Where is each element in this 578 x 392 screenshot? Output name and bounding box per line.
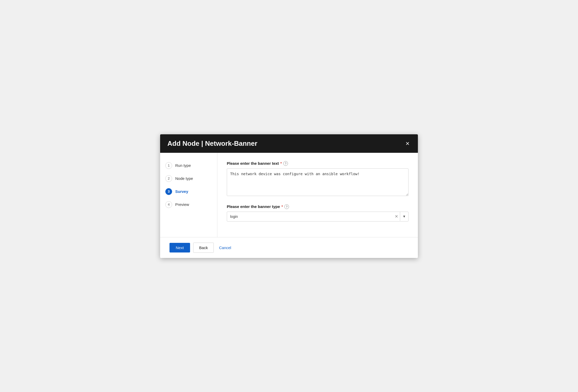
banner-text-label-text: Please enter the banner text: [227, 161, 279, 166]
banner-type-select-wrapper: login ✕ ▼: [227, 212, 409, 222]
step-label-2: Node type: [175, 176, 193, 181]
banner-text-help-icon[interactable]: ?: [283, 161, 288, 166]
banner-type-required: *: [281, 205, 283, 208]
step-number-1: 1: [165, 162, 172, 169]
modal-header: Add Node | Network-Banner ×: [160, 134, 418, 153]
banner-type-label: Please enter the banner type * ?: [227, 204, 409, 209]
banner-text-required: *: [280, 161, 282, 165]
select-clear-button[interactable]: ✕: [393, 213, 400, 220]
next-button[interactable]: Next: [169, 243, 190, 252]
modal-footer: Next Back Cancel: [160, 237, 418, 258]
step-label-4: Preview: [175, 202, 189, 207]
modal-title: Add Node | Network-Banner: [167, 140, 257, 148]
banner-text-field-group: Please enter the banner text * ?: [227, 161, 409, 197]
step-label-3: Survey: [175, 189, 188, 194]
form-section: Please enter the banner text * ? Please …: [227, 161, 409, 229]
sidebar: 1 Run type 2 Node type 3 Survey 4 Previe…: [160, 153, 217, 237]
banner-type-label-text: Please enter the banner type: [227, 204, 280, 209]
modal-container: Add Node | Network-Banner × 1 Run type 2…: [160, 134, 418, 258]
step-label-1: Run type: [175, 163, 191, 168]
step-number-3: 3: [165, 188, 172, 195]
back-button[interactable]: Back: [193, 243, 214, 253]
step-item-1[interactable]: 1 Run type: [160, 159, 217, 172]
banner-text-input[interactable]: [227, 168, 409, 196]
step-item-2[interactable]: 2 Node type: [160, 172, 217, 185]
main-content: Please enter the banner text * ? Please …: [217, 153, 418, 237]
modal-body: 1 Run type 2 Node type 3 Survey 4 Previe…: [160, 153, 418, 237]
cancel-button[interactable]: Cancel: [217, 243, 233, 252]
close-button[interactable]: ×: [405, 140, 411, 147]
banner-text-label: Please enter the banner text * ?: [227, 161, 409, 166]
step-number-4: 4: [165, 201, 172, 208]
banner-type-field-group: Please enter the banner type * ? login ✕…: [227, 204, 409, 222]
banner-type-select-value[interactable]: login: [227, 212, 393, 221]
select-chevron-icon[interactable]: ▼: [400, 212, 408, 221]
step-number-2: 2: [165, 175, 172, 182]
step-item-3[interactable]: 3 Survey: [160, 185, 217, 198]
step-item-4[interactable]: 4 Preview: [160, 198, 217, 211]
banner-type-help-icon[interactable]: ?: [284, 204, 289, 209]
